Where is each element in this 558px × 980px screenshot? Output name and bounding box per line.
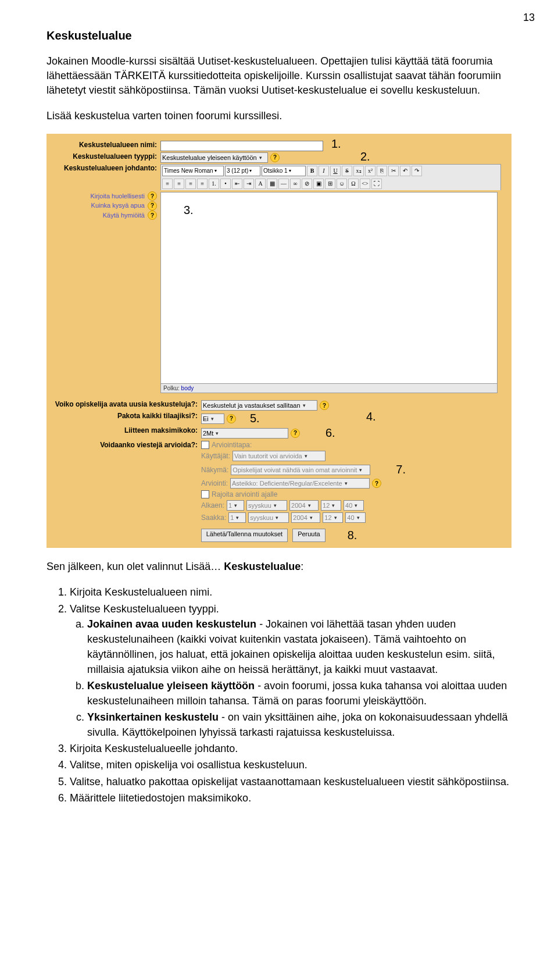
- align-left-button[interactable]: ≡: [162, 179, 173, 189]
- help-icon[interactable]: ?: [227, 414, 236, 423]
- help-icon[interactable]: ?: [291, 429, 300, 438]
- select-to-month[interactable]: syyskuu: [248, 512, 289, 523]
- label-allow-rating: Voidaanko viestejä arvioida?:: [46, 441, 201, 449]
- label-rating-method: Arviointitapa:: [212, 441, 252, 449]
- redo-button[interactable]: ↷: [412, 166, 422, 176]
- select-force-subscribe[interactable]: Ei: [201, 414, 224, 424]
- table-button[interactable]: ⊞: [325, 179, 335, 189]
- list-item: Valitse, haluatko pakottaa opiskelijat v…: [70, 774, 512, 789]
- superscript-button[interactable]: x²: [365, 166, 375, 176]
- annotation-2: 2.: [360, 150, 370, 163]
- select-rating-view[interactable]: Opiskelijat voivat nähdä vain omat arvio…: [231, 465, 370, 475]
- link-button[interactable]: ∞: [290, 179, 301, 189]
- select-from-year[interactable]: 2004: [289, 500, 319, 511]
- emoticon-button[interactable]: ☺: [337, 179, 347, 189]
- strike-button[interactable]: S: [342, 166, 352, 176]
- help-icon[interactable]: ?: [372, 479, 381, 488]
- align-justify-button[interactable]: ≡: [197, 179, 208, 189]
- intro-paragraph-2: Lisää keskustelua varten toinen foorumi …: [46, 109, 512, 123]
- save-button[interactable]: Lähetä/Tallenna muutokset: [201, 529, 288, 542]
- list-item: Valitse Keskustelualueen tyyppi. Jokaine…: [70, 601, 512, 740]
- select-from-min[interactable]: 40: [344, 500, 364, 511]
- list-unordered-button[interactable]: •: [220, 179, 231, 189]
- indent-button[interactable]: ⇥: [244, 179, 254, 189]
- fullscreen-button[interactable]: ⛶: [371, 179, 382, 189]
- outdent-button[interactable]: ⇤: [232, 179, 242, 189]
- checkbox-rating-method[interactable]: [201, 441, 209, 449]
- list-item: Valitse, miten opiskelija voi osallistua…: [70, 757, 512, 772]
- select-to-min[interactable]: 40: [345, 512, 366, 523]
- unlink-button[interactable]: ⊘: [302, 179, 312, 189]
- italic-button[interactable]: I: [319, 166, 329, 176]
- list-item: Määrittele liitetiedostojen maksimikoko.: [70, 790, 512, 806]
- editor-toolbar[interactable]: Times New Roman 3 (12 pt) Otsikko 1 B I …: [160, 164, 501, 190]
- select-forum-type[interactable]: Keskustelualue yleiseen käyttöön: [160, 152, 268, 163]
- tip-how-to-ask[interactable]: Kuinka kysyä apua ?: [46, 201, 157, 211]
- form-screenshot: Keskustelualueen nimi: 1. Keskustelualue…: [46, 134, 512, 548]
- editor-body[interactable]: [160, 192, 498, 384]
- image-button[interactable]: ▣: [313, 179, 324, 189]
- label-rating-users: Käyttäjät:: [201, 452, 230, 460]
- help-icon[interactable]: ?: [320, 401, 329, 410]
- select-from-month[interactable]: syyskuu: [246, 500, 287, 511]
- label-from: Alkaen:: [201, 501, 224, 509]
- list-item: Kirjoita Keskustelualueelle johdanto.: [70, 741, 512, 756]
- subscript-button[interactable]: x₂: [353, 166, 364, 176]
- list-item: Yksinkertainen keskustelu - on vain yksi…: [87, 710, 512, 740]
- help-icon[interactable]: ?: [148, 191, 157, 201]
- page-number: 13: [523, 12, 535, 24]
- align-right-button[interactable]: ≡: [185, 179, 196, 189]
- intro-paragraph-1: Jokainen Moodle-kurssi sisältää Uutiset-…: [46, 54, 512, 98]
- list-ordered-button[interactable]: 1.: [209, 179, 219, 189]
- select-allow-new[interactable]: Keskustelut ja vastaukset sallitaan: [201, 400, 317, 411]
- copy-button[interactable]: ⎘: [377, 166, 387, 176]
- align-center-button[interactable]: ≡: [174, 179, 184, 189]
- editor-font-select[interactable]: Times New Roman: [162, 166, 224, 176]
- annotation-7: 7.: [396, 463, 406, 476]
- hr-button[interactable]: —: [278, 179, 289, 189]
- cancel-button[interactable]: Peruuta: [292, 529, 326, 542]
- editor-path: Polku: body: [160, 384, 498, 393]
- select-to-hour[interactable]: 12: [323, 512, 343, 523]
- label-force-subscribe: Pakota kaikki tilaajiksi?:: [46, 412, 201, 420]
- editor-heading-select[interactable]: Otsikko 1: [262, 166, 306, 176]
- bold-button[interactable]: B: [307, 166, 317, 176]
- select-to-day[interactable]: 1: [228, 512, 246, 523]
- input-forum-name[interactable]: [160, 141, 323, 151]
- select-max-attachment[interactable]: 2Mt: [201, 428, 288, 439]
- html-button[interactable]: <>: [360, 179, 370, 189]
- select-from-hour[interactable]: 12: [321, 500, 341, 511]
- annotation-1: 1.: [331, 137, 341, 151]
- after-form-heading: Sen jälkeen, kun olet valinnut Lisää… Ke…: [46, 560, 512, 574]
- select-from-day[interactable]: 1: [227, 500, 244, 511]
- underline-button[interactable]: U: [330, 166, 341, 176]
- editor-size-select[interactable]: 3 (12 pt): [225, 166, 260, 176]
- label-restrict-time: Rajoita arviointi ajalle: [212, 490, 277, 498]
- select-forum-type-value: Keskustelualue yleiseen käyttöön: [162, 154, 257, 161]
- annotation-4: 4.: [366, 410, 376, 423]
- help-icon[interactable]: ?: [148, 201, 157, 211]
- select-to-year[interactable]: 2004: [291, 512, 320, 523]
- text-color-button[interactable]: A: [255, 179, 266, 189]
- help-icon[interactable]: ?: [148, 211, 157, 220]
- label-allow-new: Voiko opiskelija avata uusia keskusteluj…: [46, 400, 201, 408]
- select-rating-scale[interactable]: Asteikko: Deficiente/Regular/Excelente: [230, 478, 370, 489]
- bg-color-button[interactable]: ▦: [267, 179, 277, 189]
- list-item: Keskustelualue yleiseen käyttöön - avoin…: [87, 678, 512, 708]
- select-rating-users[interactable]: Vain tuutorit voi arvioida: [233, 451, 326, 461]
- help-icon[interactable]: ?: [270, 153, 280, 162]
- undo-button[interactable]: ↶: [400, 166, 410, 176]
- cut-button[interactable]: ✂: [388, 166, 399, 176]
- label-rating-scale: Arviointi:: [201, 479, 228, 487]
- label-max-attachment: Liitteen maksimikoko:: [46, 426, 201, 434]
- tip-write-carefully[interactable]: Kirjoita huolellisesti ?: [46, 191, 157, 201]
- char-button[interactable]: Ω: [348, 179, 359, 189]
- label-forum-name: Keskustelualueen nimi:: [46, 141, 160, 149]
- annotation-8: 8.: [348, 529, 357, 542]
- tip-use-emoticons[interactable]: Käytä hymiöitä ?: [46, 211, 157, 220]
- checkbox-restrict-time[interactable]: [201, 490, 209, 498]
- list-item: Kirjoita Keskustelualueen nimi.: [70, 585, 512, 600]
- label-rating-view: Näkymä:: [201, 466, 228, 474]
- annotation-6: 6.: [326, 426, 335, 440]
- instruction-list: Kirjoita Keskustelualueen nimi. Valitse …: [46, 585, 512, 805]
